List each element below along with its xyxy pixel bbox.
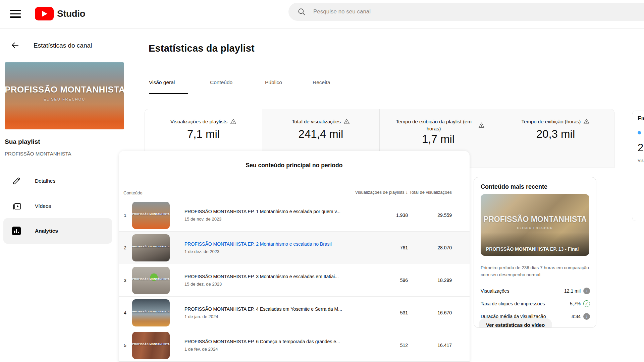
video-title[interactable]: PROFISSÃO MONTANHISTA EP. 1 Montanhismo … [184, 209, 349, 214]
thumbnail-overlay-text: PROFISSÃO MONTANHISTA [132, 278, 170, 281]
table-row[interactable]: 2 PROFISSÃO MONTANHISTA PROFISSÃO MONTAN… [119, 232, 470, 264]
warning-icon[interactable] [343, 118, 350, 125]
tab-publico[interactable]: Público [265, 79, 282, 85]
video-thumbnail: PROFISSÃO MONTANHISTA [132, 299, 170, 326]
metric-value: 241,4 mil [299, 128, 343, 140]
search-icon [297, 7, 306, 16]
playlist-thumbnail[interactable]: PROFISSÃO MONTANHISTA ELISEU FRECHOU [5, 62, 124, 129]
row-rank: 4 [121, 297, 129, 329]
video-title[interactable]: PROFISSÃO MONTANHISTA EP. 6 Começa a tem… [184, 339, 349, 344]
metric-card-watch-time[interactable]: Tempo de exibição (horas) 20,3 mil [497, 109, 614, 168]
cell-playlist-views: 512 [354, 329, 408, 361]
thumbnail-overlay-text: PROFISSÃO MONTANHISTA [132, 343, 170, 346]
video-title[interactable]: PROFISSÃO MONTANHISTA EP. 3 Montanhismo … [184, 274, 349, 279]
video-thumbnail: PROFISSÃO MONTANHISTA [132, 267, 170, 294]
playlist-name: PROFISSÃO MONTANHISTA [5, 151, 71, 157]
column-header-label: Visualizações de playlists [355, 190, 405, 195]
metric-label: Tempo de exibição (horas) [522, 118, 581, 125]
tab-conteudo[interactable]: Conteúdo [210, 79, 232, 85]
playlist-label: Sua playlist [5, 138, 40, 145]
metric-label: Total de visualizações [292, 118, 341, 125]
stat-value: 4:34 [572, 314, 581, 319]
realtime-card[interactable]: Em tempo real 2 Visualizações [632, 111, 644, 221]
tab-visao-geral[interactable]: Visão geral [149, 79, 175, 85]
stat-label: Visualizações [481, 288, 564, 294]
row-rank: 3 [121, 264, 129, 296]
see-video-analytics-button[interactable]: Ver estatísticas do vídeo [479, 318, 552, 328]
stat-row-ctr: Taxa de cliques de impressões 5,7% ✓ [481, 297, 590, 310]
table-body: 1 PROFISSÃO MONTANHISTA PROFISSÃO MONTAN… [119, 199, 470, 362]
row-rank: 1 [121, 199, 129, 231]
search-input[interactable]: Pesquise no seu canal [288, 3, 644, 21]
top-bar: Studio Pesquise no seu canal [0, 0, 644, 28]
active-tab-underline [149, 93, 188, 94]
top-content-panel: Seu conteúdo principal no período Conteú… [119, 151, 470, 362]
stat-value: 12,1 mil [564, 288, 581, 294]
tab-divider [131, 94, 644, 94]
pencil-icon [11, 177, 21, 185]
stat-label: Taxa de cliques de impressões [481, 301, 570, 306]
sidebar-item-videos[interactable]: Vídeos [3, 193, 112, 219]
table-row[interactable]: 4 PROFISSÃO MONTANHISTA PROFISSÃO MONTAN… [119, 297, 470, 329]
sidebar-item-label: Vídeos [35, 203, 51, 209]
trend-down-icon: ↓ [583, 288, 590, 294]
video-thumbnail: PROFISSÃO MONTANHISTA [132, 202, 170, 229]
thumbnail-overlay-text: PROFISSÃO MONTANHISTA [132, 310, 170, 313]
metric-value: 20,3 mil [536, 128, 575, 140]
warning-icon[interactable] [583, 118, 590, 125]
cell-total-views: 28.070 [408, 232, 452, 264]
youtube-studio-app: Studio Pesquise no seu canal Estatística… [0, 0, 644, 362]
table-row[interactable]: 3 PROFISSÃO MONTANHISTA PROFISSÃO MONTAN… [119, 264, 470, 297]
cell-playlist-views: 761 [354, 232, 408, 264]
table-header: Conteúdo Visualizações de playlists ↓ To… [119, 151, 470, 199]
stat-value: 5,7% [570, 301, 581, 306]
youtube-studio-logo[interactable]: Studio [35, 7, 85, 20]
thumbnail-subtitle-text: ELISEU FRECHOU [481, 226, 589, 230]
thumbnail-subtitle-text: ELISEU FRECHOU [5, 97, 124, 101]
latest-video-thumbnail[interactable]: PROFISSÃO MONTANHISTA ELISEU FRECHOU PRO… [481, 194, 589, 256]
stat-row-views: Visualizações 12,1 mil ↓ [481, 285, 590, 297]
video-title[interactable]: PROFISSÃO MONTANHISTA EP. 2 Montanhismo … [184, 241, 349, 247]
youtube-play-icon [35, 7, 54, 20]
cell-total-views: 29.559 [408, 199, 452, 231]
cell-total-views: 16.417 [408, 329, 452, 361]
thumbnail-overlay-text: PROFISSÃO MONTANHISTA [132, 213, 170, 216]
thumbnail-title-text: PROFISSÃO MONTANHISTA [481, 215, 589, 224]
hamburger-menu-icon[interactable] [10, 10, 21, 18]
table-row[interactable]: 5 PROFISSÃO MONTANHISTA PROFISSÃO MONTAN… [119, 329, 470, 362]
sort-descending-icon: ↓ [406, 190, 408, 195]
metric-label: Tempo de exibição da playlist (em horas) [392, 118, 476, 132]
cell-total-views: 16.670 [408, 297, 452, 329]
video-date: 1 de fev. de 2024 [184, 347, 349, 352]
column-header-playlist-views[interactable]: Visualizações de playlists ↓ [354, 189, 408, 195]
sidebar-item-detalhes[interactable]: Detalhes [3, 168, 112, 194]
thumbnail-title-text: PROFISSÃO MONTANHISTA [5, 84, 124, 95]
channel-analytics-heading: Estatísticas do canal [34, 42, 92, 49]
videos-icon [11, 202, 21, 211]
row-rank: 2 [121, 232, 129, 264]
cell-playlist-views: 596 [354, 264, 408, 296]
realtime-value: 2 [638, 142, 644, 154]
column-header-content[interactable]: Conteúdo [123, 190, 142, 195]
video-title[interactable]: PROFISSÃO MONTANHISTA EP. 4 Escaladas em… [184, 306, 349, 312]
latest-content-panel: Conteúdo mais recente PROFISSÃO MONTANHI… [474, 177, 596, 328]
analytics-icon [11, 226, 21, 236]
table-row[interactable]: 1 PROFISSÃO MONTANHISTA PROFISSÃO MONTAN… [119, 199, 470, 232]
column-header-total-views[interactable]: Total de visualizações [408, 189, 452, 195]
check-circle-icon: ✓ [583, 300, 590, 307]
latest-video-caption: PROFISSÃO MONTANHISTA EP. 13 - Final [486, 246, 579, 252]
search-placeholder: Pesquise no seu canal [313, 8, 371, 15]
warning-icon[interactable] [478, 122, 485, 128]
sidebar-item-label: Analytics [35, 228, 58, 234]
trend-down-icon: ↓ [583, 313, 590, 320]
latest-content-title: Conteúdo mais recente [481, 183, 547, 190]
video-date: 1 de jan. de 2024 [184, 314, 349, 319]
warning-icon[interactable] [230, 118, 236, 125]
period-comparison-text: Primeiro período de 236 dias 7 horas em … [481, 264, 589, 278]
tab-receita[interactable]: Receita [313, 79, 330, 85]
video-thumbnail: PROFISSÃO MONTANHISTA [132, 234, 170, 261]
thumbnail-overlay-text: PROFISSÃO MONTANHISTA [132, 245, 170, 248]
arrow-left-icon [11, 41, 19, 50]
back-button[interactable] [9, 40, 21, 51]
sidebar-item-analytics[interactable]: Analytics [3, 218, 112, 244]
